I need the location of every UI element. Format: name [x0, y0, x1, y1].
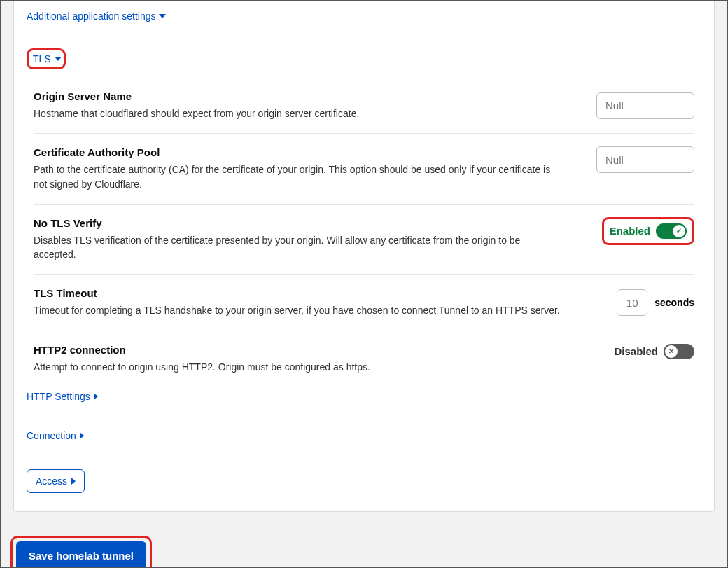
no-tls-verify-state-label: Enabled [610, 225, 650, 237]
origin-server-name-row: Origin Server Name Hostname that cloudfl… [34, 78, 694, 134]
caret-right-icon [80, 432, 84, 439]
additional-app-settings-link[interactable]: Additional application settings [27, 11, 166, 22]
origin-server-name-input[interactable] [596, 92, 694, 119]
access-button-label: Access [36, 476, 67, 487]
ca-pool-row: Certificate Authority Pool Path to the c… [34, 134, 694, 205]
additional-app-settings-label: Additional application settings [27, 11, 155, 22]
origin-server-name-desc: Hostname that cloudflared should expect … [34, 106, 557, 120]
http-settings-label: HTTP Settings [27, 391, 90, 402]
caret-right-icon [94, 393, 98, 400]
footer: Save homelab tunnel [1, 525, 727, 568]
x-icon [665, 345, 678, 358]
save-button[interactable]: Save homelab tunnel [16, 541, 146, 568]
tls-timeout-unit: seconds [654, 297, 694, 308]
caret-down-icon [159, 14, 166, 18]
caret-down-icon [55, 57, 62, 61]
origin-server-name-title: Origin Server Name [34, 90, 557, 102]
http2-state-label: Disabled [614, 345, 658, 357]
http2-desc: Attempt to connect to origin using HTTP2… [34, 360, 575, 374]
sub-links: HTTP Settings Connection Access [27, 391, 701, 493]
caret-right-icon [71, 478, 76, 485]
http-settings-link[interactable]: HTTP Settings [27, 391, 98, 402]
ca-pool-title: Certificate Authority Pool [34, 146, 557, 158]
ca-pool-desc: Path to the certificate authority (CA) f… [34, 162, 557, 191]
tls-timeout-desc: Timeout for completing a TLS handshake t… [34, 303, 578, 317]
tls-timeout-row: TLS Timeout Timeout for completing a TLS… [34, 275, 694, 331]
save-button-highlight: Save homelab tunnel [10, 536, 152, 568]
tls-section-label: TLS [33, 53, 51, 64]
no-tls-verify-highlight: Enabled [602, 217, 694, 245]
http2-row: HTTP2 connection Attempt to connect to o… [34, 331, 694, 387]
tls-timeout-input[interactable] [617, 289, 648, 316]
check-icon [673, 225, 685, 237]
connection-link[interactable]: Connection [27, 430, 84, 441]
ca-pool-input[interactable] [596, 146, 694, 173]
no-tls-verify-toggle[interactable] [656, 223, 687, 239]
http2-title: HTTP2 connection [34, 344, 575, 356]
tls-section-toggle[interactable]: TLS [27, 48, 66, 69]
http2-toggle[interactable] [664, 344, 694, 359]
no-tls-verify-desc: Disables TLS verification of the certifi… [34, 233, 563, 262]
tls-timeout-title: TLS Timeout [34, 287, 578, 299]
access-button[interactable]: Access [27, 469, 85, 493]
settings-panel: Additional application settings TLS Orig… [13, 1, 715, 512]
save-button-label: Save homelab tunnel [29, 550, 134, 562]
connection-label: Connection [27, 430, 76, 441]
no-tls-verify-row: No TLS Verify Disables TLS verification … [34, 205, 694, 275]
no-tls-verify-title: No TLS Verify [34, 217, 563, 229]
